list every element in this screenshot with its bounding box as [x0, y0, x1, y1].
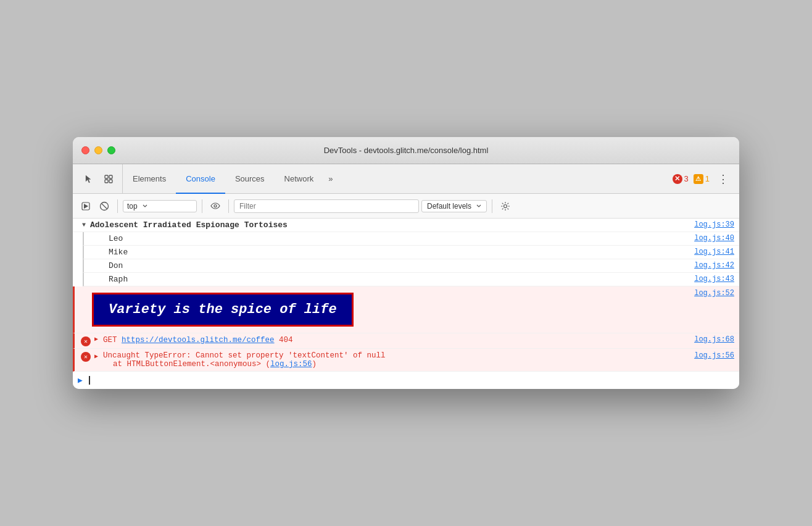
tabs-bar: Elements Console Sources Network » ✕ 3 ⚠…: [73, 164, 739, 194]
tab-console[interactable]: Console: [176, 164, 225, 194]
console-output: ▼ Adolescent Irradiated Espionage Tortoi…: [73, 219, 739, 389]
tab-elements[interactable]: Elements: [123, 164, 176, 194]
svg-marker-5: [84, 204, 88, 209]
minimize-button[interactable]: [94, 146, 102, 154]
log-text-don: Don: [109, 261, 682, 270]
expand-typeerror-icon[interactable]: ▶: [92, 351, 101, 360]
error-icon-get: ✕: [80, 335, 92, 346]
error-x-get: ✕: [81, 336, 91, 346]
more-options-button[interactable]: ⋮: [715, 170, 732, 188]
cursor-icon[interactable]: [80, 170, 97, 188]
svg-rect-3: [109, 180, 112, 183]
warn-count-icon: ⚠: [694, 174, 703, 184]
tab-icons: [75, 164, 123, 193]
tab-more-button[interactable]: »: [323, 164, 338, 193]
log-group-text: Adolescent Irradiated Espionage Tortoise…: [90, 220, 682, 230]
play-button[interactable]: [78, 198, 94, 214]
toolbar-divider-1: [117, 199, 118, 213]
list-item: Leo log.js:40: [83, 232, 739, 246]
tab-network[interactable]: Network: [275, 164, 324, 194]
log-variety-content: Variety is the spice of life: [92, 289, 682, 330]
context-selector[interactable]: top: [123, 200, 197, 212]
warn-badge: ⚠ 1: [694, 174, 710, 184]
svg-rect-0: [105, 175, 108, 178]
settings-button[interactable]: [497, 198, 513, 214]
log-text-mike: Mike: [109, 248, 682, 257]
log-link-get-error[interactable]: log.js:68: [682, 335, 734, 344]
toolbar-divider-3: [228, 199, 229, 213]
error-count-icon: ✕: [673, 174, 682, 184]
error-count: 3: [684, 174, 689, 183]
svg-line-7: [102, 203, 107, 209]
error-x-type: ✕: [81, 352, 91, 362]
log-text-leo: Leo: [109, 234, 682, 243]
expand-group-icon[interactable]: ▼: [78, 220, 90, 228]
prompt-cursor[interactable]: [89, 376, 90, 385]
log-link-mike[interactable]: log.js:41: [682, 248, 734, 256]
toolbar-divider-2: [202, 199, 202, 213]
titlebar: DevTools - devtools.glitch.me/console/lo…: [73, 137, 739, 164]
maximize-button[interactable]: [107, 146, 115, 154]
typeerror-main: ✕ ▶ Uncaught TypeError: Cannot set prope…: [80, 351, 734, 369]
log-link-typeerror[interactable]: log.js:56: [682, 351, 734, 360]
close-button[interactable]: [81, 146, 89, 154]
svg-point-9: [504, 204, 507, 207]
toolbar-divider-4: [492, 199, 492, 213]
variety-icon-spacer: [80, 289, 92, 290]
log-link-leo[interactable]: log.js:40: [682, 234, 734, 243]
log-error-get: ✕ ▶ GET https://devtools.glitch.me/coffe…: [73, 333, 739, 349]
svg-rect-1: [105, 180, 108, 183]
log-group-header: ▼ Adolescent Irradiated Espionage Tortoi…: [73, 219, 739, 232]
tabs-right: ✕ 3 ⚠ 1 ⋮: [673, 164, 737, 193]
console-prompt-row: ▶: [73, 372, 739, 389]
list-item: Raph log.js:43: [83, 273, 739, 286]
list-item: Mike log.js:41: [83, 246, 739, 259]
expand-error-icon[interactable]: ▶: [92, 335, 101, 343]
filter-input[interactable]: [234, 199, 419, 213]
devtools-window: DevTools - devtools.glitch.me/console/lo…: [73, 137, 739, 389]
log-link-variety[interactable]: log.js:52: [682, 289, 734, 298]
svg-point-8: [214, 205, 217, 207]
traffic-lights: [81, 146, 115, 154]
log-link-group[interactable]: log.js:39: [682, 220, 734, 229]
warn-count: 1: [705, 174, 710, 183]
layers-icon[interactable]: [100, 170, 117, 188]
clear-button[interactable]: [96, 198, 112, 214]
log-typeerror-content: Uncaught TypeError: Cannot set property …: [103, 351, 682, 369]
list-item: Don log.js:42: [83, 259, 739, 273]
stack-link[interactable]: log.js:56: [270, 360, 312, 369]
window-title: DevTools - devtools.glitch.me/console/lo…: [324, 146, 489, 155]
get-url-link[interactable]: https://devtools.glitch.me/coffee: [122, 336, 275, 344]
levels-selector[interactable]: Default levels: [421, 200, 487, 212]
variety-text: Variety is the spice of life: [109, 302, 337, 317]
log-styled-row: Variety is the spice of life log.js:52: [73, 286, 739, 333]
log-get-error-text: GET https://devtools.glitch.me/coffee 40…: [103, 335, 682, 344]
log-group-main: ▼ Adolescent Irradiated Espionage Tortoi…: [78, 220, 734, 230]
typeerror-stack: at HTMLButtonElement.<anonymous> (log.js…: [103, 360, 682, 369]
typeerror-line1: Uncaught TypeError: Cannot set property …: [103, 351, 682, 360]
log-text-raph: Raph: [109, 275, 682, 284]
eye-button[interactable]: [207, 198, 223, 214]
svg-rect-2: [109, 175, 112, 178]
variety-box: Variety is the spice of life: [92, 293, 354, 327]
error-icon-type: ✕: [80, 351, 92, 362]
console-toolbar: top Default levels: [73, 194, 739, 219]
log-link-raph[interactable]: log.js:43: [682, 275, 734, 283]
log-link-don[interactable]: log.js:42: [682, 261, 734, 270]
tab-sources[interactable]: Sources: [225, 164, 275, 194]
log-error-typeerror: ✕ ▶ Uncaught TypeError: Cannot set prope…: [73, 349, 739, 372]
prompt-arrow: ▶: [78, 375, 83, 385]
error-badge: ✕ 3: [673, 174, 689, 184]
